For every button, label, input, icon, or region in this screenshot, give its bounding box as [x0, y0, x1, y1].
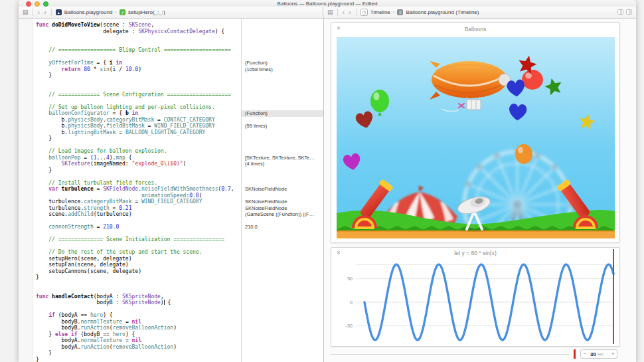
scrubber-track[interactable]: [331, 354, 570, 355]
result-value[interactable]: (Function): [242, 60, 323, 66]
result-value[interactable]: (1058 times): [242, 66, 323, 73]
close-window-button[interactable]: [26, 1, 31, 7]
timeline-jump-bar: ▤ ‹ › ◷ Timeline › ≡ Balloons.playground…: [323, 7, 636, 18]
balloon-orange: [515, 144, 532, 164]
result-value[interactable]: SKNoiseFieldNode: [242, 205, 323, 212]
back-button[interactable]: ‹: [38, 9, 40, 16]
code-line: b.physicsBody.fieldBitMask = WIND_FIELD_…: [36, 123, 241, 130]
increase-time-button[interactable]: +: [609, 350, 617, 358]
result-value[interactable]: (55 times): [242, 123, 323, 130]
results-sidebar: (Function)(1058 times)(Function)(55 time…: [241, 19, 323, 362]
live-view-card-header: × Balloons: [331, 23, 619, 37]
breadcrumb-symbol[interactable]: setupHero(_:_:): [128, 9, 165, 15]
code-line: [36, 281, 241, 288]
breadcrumb-pane[interactable]: Timeline: [370, 9, 390, 15]
code-line: yOffsetForTime = { i in: [36, 60, 241, 66]
breadcrumb-file[interactable]: Balloons.playground: [64, 9, 113, 15]
zoom-window-button[interactable]: [43, 1, 48, 7]
code-line: [36, 243, 241, 250]
timeline-scrubber: − 30 sec +: [324, 348, 636, 361]
code-line: bodyB : SKSpriteNode) {: [36, 300, 241, 306]
code-line: setupCannons(scene, delegate): [36, 268, 241, 275]
code-line: func handleContact(bodyA : SKSpriteNode,: [36, 294, 241, 300]
code-line: [36, 98, 241, 104]
code-line: turbulence.categoryBitMask = WIND_FIELD_…: [36, 199, 241, 205]
titlebar[interactable]: Balloons — Balloons.playground — Edited: [19, 0, 636, 7]
code-line: [36, 85, 241, 92]
balloons-scene[interactable]: [337, 37, 615, 238]
forward-button[interactable]: ›: [349, 9, 351, 16]
hide-assistant-button[interactable]: [626, 9, 632, 15]
code-line: balloonPop = (1...4).map {: [36, 155, 241, 161]
result-value[interactable]: SKNoiseFieldNode: [242, 199, 323, 205]
svg-text:0: 0: [350, 300, 353, 305]
decrease-time-button[interactable]: −: [581, 350, 589, 358]
code-line: [36, 41, 241, 48]
time-window-stepper: − 30 sec +: [580, 349, 617, 359]
playhead-line[interactable]: [613, 249, 614, 344]
code-line: [36, 142, 241, 149]
forward-button[interactable]: ›: [44, 9, 46, 16]
chevron-right-icon: ›: [393, 9, 395, 15]
svg-text:50: 50: [347, 276, 353, 281]
chart-title: let y = 80 * sin(x): [331, 248, 619, 259]
result-value[interactable]: SKNoiseFieldNode: [242, 186, 323, 193]
timeline-doc-icon: ≡: [397, 9, 403, 15]
breadcrumb-document[interactable]: Balloons.playground (Timeline): [406, 9, 479, 15]
code-line: [36, 173, 241, 180]
editor-gutter: [19, 19, 33, 362]
sine-chart[interactable]: 500-50: [333, 260, 619, 345]
code-line: SKTexture(imageNamed: "explode_0\($0)"): [36, 161, 241, 167]
code-line: var turbulence = SKFieldNode.noiseFieldW…: [36, 186, 241, 193]
chevron-right-icon: ›: [115, 9, 117, 15]
time-window-value: 30: [590, 351, 596, 357]
divider: [337, 9, 338, 16]
result-value[interactable]: (Function): [242, 110, 323, 117]
code-line: delegate : SKPhysicsContactDelegate) {: [36, 29, 241, 35]
timeline-icon: ◷: [361, 9, 368, 16]
related-items-icon[interactable]: ▤: [23, 9, 29, 15]
result-value[interactable]: (GameScene ((Function)) ((F…: [242, 211, 323, 218]
minimize-window-button[interactable]: [35, 1, 40, 7]
code-line: scene.addChild(turbulence): [36, 211, 241, 218]
function-icon: ƒ: [120, 9, 125, 15]
close-icon[interactable]: ×: [337, 25, 341, 32]
live-view-card: × Balloons: [331, 22, 620, 243]
time-window-unit: sec: [598, 352, 607, 356]
jump-bars: ▤ ‹ › ▴ Balloons.playground › ƒ setupHer…: [19, 7, 636, 19]
code-line: // Do the rest of the setup and start th…: [36, 249, 241, 256]
code-line: b.physicsBody.categoryBitMask = CONTACT_…: [36, 117, 241, 124]
code-line: return 80 * sin(i / 10.0): [36, 66, 241, 73]
code-line: // Set up balloon lighting and per-pixel…: [36, 104, 241, 111]
code-line: setupFan(scene, delegate): [36, 262, 241, 268]
divider: [33, 9, 33, 16]
code-line: // Install turbulant field forces.: [36, 180, 241, 187]
live-view-title: Balloons: [331, 23, 619, 36]
balloon-red: [522, 70, 543, 90]
svg-text:-50: -50: [346, 323, 353, 328]
back-button[interactable]: ‹: [343, 9, 345, 16]
related-items-icon[interactable]: ▤: [327, 9, 333, 15]
result-value[interactable]: (4 times): [242, 161, 323, 167]
playground-file-icon: ▴: [56, 9, 62, 15]
timeline-pane: × Balloons: [323, 19, 636, 362]
code-line: [36, 54, 241, 60]
code-lines: func doDidMoveToView(scene : SKScene, de…: [33, 19, 241, 362]
result-value[interactable]: 210.0: [242, 224, 323, 230]
code-line: func doDidMoveToView(scene : SKScene,: [36, 22, 241, 29]
code-line: cannonStrength = 210.0: [36, 224, 241, 230]
result-value[interactable]: [SKTexture, SKTexture, SKTe…: [242, 155, 323, 161]
source-editor: func doDidMoveToView(scene : SKScene, de…: [19, 19, 323, 362]
code-line: }: [36, 167, 241, 174]
code-editor[interactable]: func doDidMoveToView(scene : SKScene, de…: [33, 19, 241, 362]
code-line: [36, 306, 241, 313]
show-standard-editor-button[interactable]: [617, 9, 623, 15]
code-line: }: [36, 72, 241, 79]
chart-card: × let y = 80 * sin(x) 500-50: [331, 247, 620, 347]
scrubber-playhead[interactable]: [574, 349, 576, 359]
code-line: // ================== Blimp Control ====…: [36, 47, 241, 54]
code-line: // ============= Scene Configuration ===…: [36, 92, 241, 98]
close-icon[interactable]: ×: [337, 250, 341, 256]
code-line: }: [36, 136, 241, 142]
code-line: bodyB.runAction(removeBalloonAction): [36, 325, 241, 331]
